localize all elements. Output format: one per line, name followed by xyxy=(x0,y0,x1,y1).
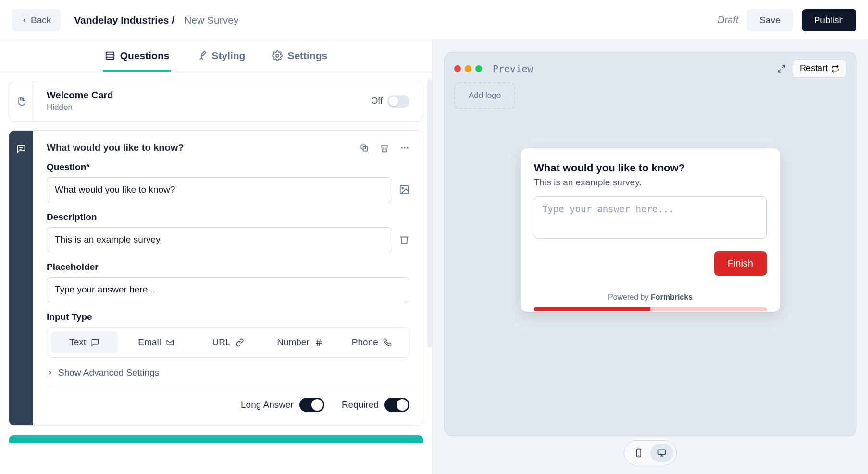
tab-styling-label: Styling xyxy=(211,50,245,61)
expand-icon xyxy=(777,64,786,73)
welcome-toggle[interactable] xyxy=(387,95,409,108)
topbar: Back Vandelay Industries / New Survey Dr… xyxy=(0,0,868,40)
description-input[interactable] xyxy=(47,227,392,252)
powered-prefix: Powered by xyxy=(608,293,651,301)
status-draft: Draft xyxy=(718,14,738,25)
image-add-button[interactable] xyxy=(399,184,409,195)
list-icon xyxy=(105,50,115,61)
input-type-email-label: Email xyxy=(138,337,161,348)
drag-handle[interactable] xyxy=(9,81,33,121)
survey-progress-bar xyxy=(534,307,650,311)
long-answer-toggle[interactable] xyxy=(299,398,324,412)
editor-tabs: Questions Styling Settings xyxy=(0,40,432,72)
input-type-url[interactable]: URL xyxy=(195,331,261,353)
message-icon xyxy=(16,144,26,154)
image-icon xyxy=(399,184,409,195)
refresh-icon xyxy=(831,65,839,73)
next-card-peek[interactable] xyxy=(9,435,423,443)
traffic-red-icon xyxy=(454,65,461,72)
device-mobile[interactable] xyxy=(627,444,650,462)
delete-button[interactable] xyxy=(380,143,389,153)
input-type-url-label: URL xyxy=(212,337,231,348)
device-desktop[interactable] xyxy=(650,444,673,462)
welcome-state-label: Off xyxy=(371,96,383,106)
welcome-card[interactable]: Welcome Card Hidden Off xyxy=(9,81,423,122)
preview-pane: Preview Restart Add logo What would you … xyxy=(433,40,868,474)
advanced-label: Show Advanced Settings xyxy=(58,367,159,378)
svg-rect-0 xyxy=(106,52,114,60)
copy-icon xyxy=(360,143,369,153)
preview-frame: Preview Restart Add logo What would you … xyxy=(444,52,856,436)
breadcrumb-org[interactable]: Vandelay Industries / xyxy=(74,14,174,26)
input-type-text[interactable]: Text xyxy=(51,331,118,353)
scrollbar[interactable] xyxy=(427,79,432,348)
welcome-title: Welcome Card xyxy=(47,90,113,101)
survey-question: What would you like to know? xyxy=(534,162,767,174)
description-delete-button[interactable] xyxy=(399,234,409,245)
svg-point-9 xyxy=(404,147,405,148)
mobile-icon xyxy=(634,448,644,458)
svg-rect-22 xyxy=(658,450,666,454)
editor-pane: Questions Styling Settings xyxy=(0,40,433,474)
question-type-indicator[interactable] xyxy=(9,131,33,425)
input-type-phone[interactable]: Phone xyxy=(338,331,405,353)
breadcrumb: Vandelay Industries / New Survey xyxy=(74,14,238,26)
tab-styling[interactable]: Styling xyxy=(194,40,247,72)
svg-line-16 xyxy=(317,339,318,346)
back-label: Back xyxy=(31,15,51,25)
input-type-label: Input Type xyxy=(47,312,409,322)
traffic-yellow-icon xyxy=(465,65,471,72)
preview-label: Preview xyxy=(493,63,533,74)
chevron-left-icon xyxy=(21,17,28,24)
chevron-right-icon xyxy=(47,369,53,376)
advanced-settings-toggle[interactable]: Show Advanced Settings xyxy=(47,367,409,378)
required-toggle[interactable] xyxy=(384,398,409,412)
tab-settings[interactable]: Settings xyxy=(270,40,329,72)
save-button[interactable]: Save xyxy=(747,9,793,31)
expand-button[interactable] xyxy=(777,64,786,73)
question-input[interactable] xyxy=(47,177,392,202)
svg-point-8 xyxy=(401,147,403,148)
svg-point-10 xyxy=(407,147,408,148)
survey-answer-input[interactable] xyxy=(534,196,767,239)
more-button[interactable] xyxy=(400,143,409,153)
trash-icon xyxy=(380,143,389,153)
publish-button[interactable]: Publish xyxy=(802,9,856,31)
input-type-email[interactable]: Email xyxy=(123,331,189,353)
gear-icon xyxy=(272,50,283,61)
svg-point-12 xyxy=(402,187,403,189)
message-icon xyxy=(91,338,99,347)
placeholder-input[interactable] xyxy=(47,277,409,302)
question-card: What would you like to know? xyxy=(9,130,423,426)
finish-button[interactable]: Finish xyxy=(714,251,767,276)
tab-questions[interactable]: Questions xyxy=(103,40,172,72)
desktop-icon xyxy=(657,448,667,458)
restart-label: Restart xyxy=(800,63,828,73)
svg-line-18 xyxy=(782,65,784,68)
svg-line-17 xyxy=(319,339,320,346)
hash-icon xyxy=(314,338,323,347)
description-field-label: Description xyxy=(47,212,409,222)
welcome-subtitle: Hidden xyxy=(47,103,113,112)
device-toggle xyxy=(624,440,677,465)
survey-description: This is an example survey. xyxy=(534,177,767,188)
question-field-label: Question* xyxy=(47,162,409,172)
brush-icon xyxy=(196,50,207,61)
restart-button[interactable]: Restart xyxy=(793,59,846,78)
input-type-group: Text Email URL xyxy=(47,327,409,358)
powered-brand: Formbricks xyxy=(651,293,693,301)
back-button[interactable]: Back xyxy=(12,9,61,31)
duplicate-button[interactable] xyxy=(360,143,369,153)
add-logo-button[interactable]: Add logo xyxy=(454,82,515,109)
survey-progress xyxy=(534,307,767,311)
input-type-phone-label: Phone xyxy=(352,337,378,348)
tab-settings-label: Settings xyxy=(287,50,327,61)
hand-icon xyxy=(16,97,26,106)
mail-icon xyxy=(166,338,174,347)
survey-preview-card: What would you like to know? This is an … xyxy=(521,148,780,312)
more-icon xyxy=(400,143,409,153)
powered-by[interactable]: Powered by Formbricks xyxy=(534,287,767,307)
link-icon xyxy=(236,338,244,347)
input-type-number[interactable]: Number xyxy=(266,331,333,353)
trash-icon xyxy=(399,234,409,245)
